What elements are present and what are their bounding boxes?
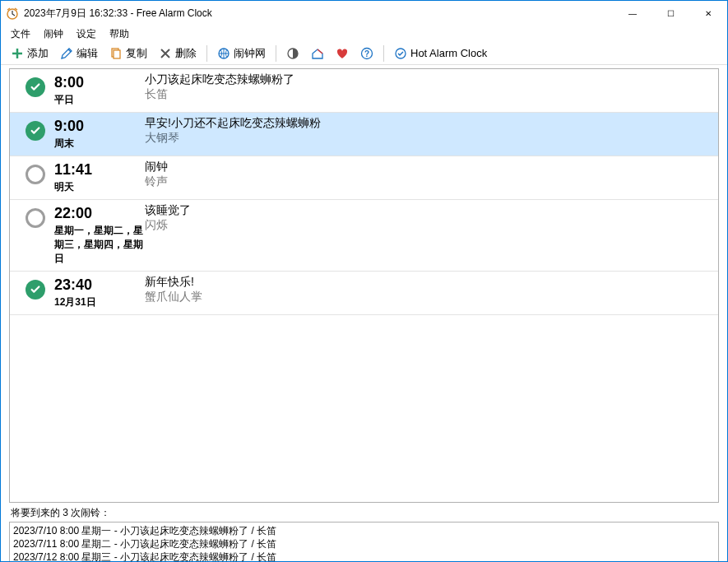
copy-icon [109,47,123,60]
menubar: 文件 闹钟 设定 帮助 [1,26,727,42]
maximize-button[interactable]: ☐ [651,1,689,26]
alarm-time: 9:00 [54,118,145,135]
upcoming-line: 2023/7/12 8:00 星期三 - 小刀该起床吃变态辣螺蛳粉了 / 长笛 [13,550,715,562]
alarm-sound: 蟹爪仙人掌 [145,290,712,304]
alarm-row[interactable]: 8:00平日小刀该起床吃变态辣螺蛳粉了长笛 [10,69,718,113]
upcoming-line: 2023/7/10 8:00 星期一 - 小刀该起床吃变态辣螺蛳粉了 / 长笛 [13,524,715,537]
contrast-button[interactable] [281,45,304,62]
disabled-circle-icon[interactable] [26,165,45,184]
alarm-row[interactable]: 23:4012月31日新年快乐!蟹爪仙人掌 [10,272,718,315]
alarm-time: 22:00 [54,205,145,222]
alarm-sound: 闪烁 [145,218,712,233]
upcoming-line: 2023/7/11 8:00 星期二 - 小刀该起床吃变态辣螺蛳粉了 / 长笛 [13,537,715,550]
minimize-button[interactable]: — [614,1,651,26]
separator [276,45,276,62]
alarm-time: 23:40 [54,276,145,294]
heart-button[interactable] [331,45,354,62]
upcoming-label: 将要到来的 3 次闹铃： [1,504,727,522]
alarm-day: 12月31日 [54,295,145,309]
alarm-title: 早安!小刀还不起床吃变态辣螺蛳粉 [145,116,712,131]
add-label: 添加 [27,46,49,61]
hot-alarm-label: Hot Alarm Clock [410,47,487,59]
copy-label: 复制 [126,46,147,61]
enabled-check-icon[interactable] [26,280,45,300]
menu-help[interactable]: 帮助 [103,26,136,43]
app-icon [6,7,19,20]
alarm-day: 明天 [54,180,145,194]
titlebar: 2023年7月9日 16:32:33 - Free Alarm Clock — … [1,1,727,26]
alarmweb-label: 闹钟网 [234,46,266,61]
alarm-row[interactable]: 9:00周末早安!小刀还不起床吃变态辣螺蛳粉大钢琴 [10,113,718,156]
alarm-sound: 铃声 [145,174,712,189]
alarm-sound: 大钢琴 [145,131,712,146]
alarm-sound: 长笛 [145,87,712,102]
heart-icon [336,47,349,60]
globe-icon [217,47,230,60]
alarm-row[interactable]: 11:41明天闹钟铃声 [10,156,718,200]
delete-button[interactable]: 删除 [154,44,202,63]
close-button[interactable]: ✕ [689,1,727,26]
separator [206,45,207,62]
alarm-time: 11:41 [54,161,145,179]
menu-file[interactable]: 文件 [4,26,37,43]
disabled-circle-icon[interactable] [26,208,45,228]
svg-text:?: ? [364,49,369,58]
home-icon [311,47,324,60]
alarm-title: 该睡觉了 [145,203,712,218]
alarm-day: 星期一，星期二，星期三，星期四，星期日 [54,224,145,266]
pencil-icon [60,47,73,60]
menu-alarm[interactable]: 闹钟 [37,26,70,43]
svg-rect-2 [114,50,120,58]
alarm-time: 8:00 [54,74,145,91]
clock-check-icon [394,47,407,60]
contrast-icon [286,47,299,60]
enabled-check-icon[interactable] [26,77,45,97]
plus-icon [11,47,24,60]
window-title: 2023年7月9日 16:32:33 - Free Alarm Clock [24,7,614,21]
menu-settings[interactable]: 设定 [70,26,103,43]
add-button[interactable]: 添加 [6,44,53,63]
edit-button[interactable]: 编辑 [55,44,103,63]
alarm-title: 小刀该起床吃变态辣螺蛳粉了 [145,72,712,87]
alarm-list[interactable]: 8:00平日小刀该起床吃变态辣螺蛳粉了长笛9:00周末早安!小刀还不起床吃变态辣… [9,68,719,503]
separator [383,45,384,62]
help-button[interactable]: ? [355,45,378,62]
alarm-day: 平日 [54,93,145,107]
upcoming-box: 2023/7/10 8:00 星期一 - 小刀该起床吃变态辣螺蛳粉了 / 长笛2… [9,522,719,562]
edit-label: 编辑 [77,46,98,61]
question-icon: ? [360,47,373,60]
delete-label: 删除 [175,46,197,61]
alarm-title: 闹钟 [145,160,712,174]
alarm-title: 新年快乐! [145,275,712,290]
alarmweb-button[interactable]: 闹钟网 [212,44,271,63]
alarm-day: 周末 [54,137,145,151]
enabled-check-icon[interactable] [26,121,45,141]
toolbar: 添加 编辑 复制 删除 闹钟网 ? Hot Alarm Clock [1,42,727,65]
delete-icon [159,47,172,60]
alarm-row[interactable]: 22:00星期一，星期二，星期三，星期四，星期日该睡觉了闪烁 [10,200,718,272]
home-button[interactable] [306,45,329,62]
copy-button[interactable]: 复制 [104,44,152,63]
hot-alarm-button[interactable]: Hot Alarm Clock [389,45,492,62]
